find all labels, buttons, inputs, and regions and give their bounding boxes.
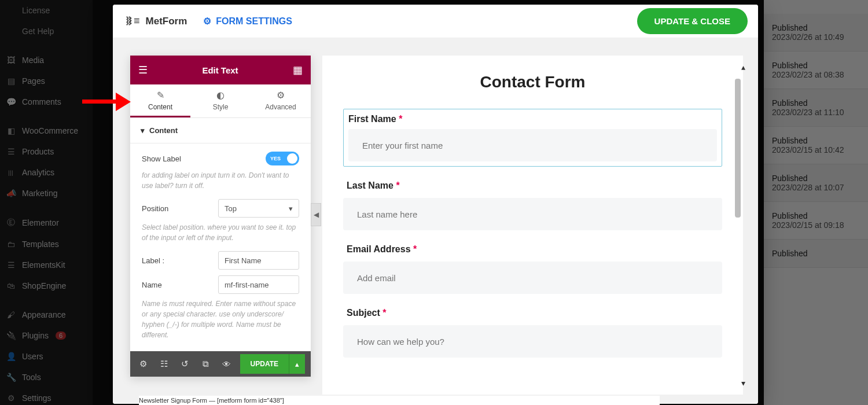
editor-header: ☰ Edit Text ▦ bbox=[130, 56, 311, 84]
field-label: Subject * bbox=[347, 308, 722, 318]
editor-scroll[interactable]: ▾ Content Show Label YES for adding labe… bbox=[130, 118, 311, 351]
form-settings-link[interactable]: ⚙ FORM SETTINGS bbox=[203, 16, 292, 27]
scrollbar[interactable] bbox=[735, 79, 741, 218]
field-label: Email Address * bbox=[347, 244, 722, 255]
brand-label: MetForm bbox=[146, 16, 187, 27]
update-dropdown[interactable]: ▴ bbox=[289, 354, 305, 374]
editor-footer: ⚙ ☷ ↺ ⧉ 👁 UPDATE ▴ bbox=[130, 351, 311, 377]
form-heading: Contact Form bbox=[343, 73, 722, 91]
label-input[interactable] bbox=[218, 251, 299, 270]
chevron-down-icon: ▾ bbox=[289, 204, 293, 213]
editor-title: Edit Text bbox=[202, 65, 238, 75]
preview-icon[interactable]: 👁 bbox=[219, 356, 234, 371]
gear-icon: ⚙ bbox=[203, 16, 211, 27]
field-label: Last Name * bbox=[347, 181, 722, 191]
update-button[interactable]: UPDATE bbox=[240, 354, 289, 374]
position-label: Position bbox=[142, 204, 168, 213]
tab-style[interactable]: ◐ Style bbox=[190, 84, 251, 117]
scroll-down-indicator: ▾ bbox=[741, 378, 745, 388]
field-input[interactable] bbox=[343, 262, 722, 294]
underlying-row: Newsletter Signup Form — [metform form i… bbox=[139, 396, 660, 405]
section-title: Content bbox=[149, 126, 178, 135]
annotation-arrow bbox=[82, 90, 133, 111]
preview-canvas[interactable]: Contact Form First Name * Last Name * Em… bbox=[322, 56, 743, 395]
gear-icon: ⚙ bbox=[277, 90, 285, 101]
form-settings-label: FORM SETTINGS bbox=[216, 16, 292, 27]
show-label-toggle[interactable]: YES bbox=[266, 152, 299, 165]
required-asterisk: * bbox=[382, 308, 386, 318]
form-field[interactable]: Last Name * bbox=[343, 181, 722, 230]
field-input[interactable] bbox=[343, 198, 722, 230]
control-position: Position Top ▾ bbox=[142, 199, 299, 218]
update-close-button[interactable]: UPDATE & CLOSE bbox=[637, 8, 748, 34]
update-wrap: UPDATE ▴ bbox=[240, 354, 305, 374]
tab-style-label: Style bbox=[213, 103, 229, 111]
required-asterisk: * bbox=[399, 114, 402, 124]
toggle-knob bbox=[287, 153, 297, 164]
modal-body: ☰ Edit Text ▦ ✎ Content ◐ Style ⚙ Advanc… bbox=[113, 38, 758, 404]
editor-panel: ☰ Edit Text ▦ ✎ Content ◐ Style ⚙ Advanc… bbox=[130, 56, 311, 377]
hamburger-icon[interactable]: ☰ bbox=[138, 64, 148, 76]
pencil-icon: ✎ bbox=[157, 90, 164, 101]
chevron-down-icon: ▾ bbox=[141, 126, 145, 135]
name-help: Name is must required. Enter name withou… bbox=[142, 299, 299, 340]
section-body: Show Label YES for adding label on input… bbox=[130, 143, 311, 351]
position-select[interactable]: Top ▾ bbox=[218, 199, 299, 218]
tab-content-label: Content bbox=[148, 103, 172, 111]
toggle-text: YES bbox=[270, 156, 281, 161]
chevron-up-icon: ▴ bbox=[295, 360, 299, 369]
name-input[interactable] bbox=[218, 275, 299, 294]
position-help: Select label position. where you want to… bbox=[142, 222, 299, 243]
label-field-label: Label : bbox=[142, 256, 164, 265]
responsive-icon[interactable]: ⧉ bbox=[198, 356, 214, 371]
history-icon[interactable]: ↺ bbox=[178, 356, 193, 371]
contrast-icon: ◐ bbox=[216, 90, 225, 101]
metform-logo-icon: ⧚≡ bbox=[123, 15, 140, 27]
form-field[interactable]: First Name * bbox=[343, 109, 722, 167]
control-name: Name bbox=[142, 275, 299, 294]
editor-tabs: ✎ Content ◐ Style ⚙ Advanced bbox=[130, 84, 311, 118]
collapse-panel-button[interactable]: ◀ bbox=[311, 203, 321, 226]
section-content-header[interactable]: ▾ Content bbox=[130, 118, 311, 143]
grid-icon[interactable]: ▦ bbox=[293, 64, 303, 76]
position-value: Top bbox=[225, 204, 237, 213]
brand: ⧚≡ MetForm bbox=[123, 15, 187, 27]
tab-advanced[interactable]: ⚙ Advanced bbox=[251, 84, 311, 117]
underlying-row-text: Newsletter Signup Form — [metform form i… bbox=[139, 397, 284, 404]
show-label-help: for adding label on input turn it on. Do… bbox=[142, 170, 299, 191]
name-field-label: Name bbox=[142, 281, 162, 289]
form-field[interactable]: Email Address * bbox=[343, 244, 722, 294]
panel-settings-icon[interactable]: ⚙ bbox=[136, 356, 151, 371]
metform-modal: ⧚≡ MetForm ⚙ FORM SETTINGS UPDATE & CLOS… bbox=[113, 5, 758, 404]
field-input[interactable] bbox=[348, 129, 717, 161]
form-field[interactable]: Subject * bbox=[343, 308, 722, 358]
required-asterisk: * bbox=[396, 181, 399, 190]
field-label: First Name * bbox=[348, 114, 722, 124]
tab-content[interactable]: ✎ Content bbox=[130, 84, 190, 117]
field-input[interactable] bbox=[343, 325, 722, 358]
scroll-up-indicator: ▴ bbox=[741, 62, 745, 72]
required-asterisk: * bbox=[413, 244, 417, 254]
show-label-label: Show Label bbox=[142, 154, 181, 163]
modal-header: ⧚≡ MetForm ⚙ FORM SETTINGS UPDATE & CLOS… bbox=[113, 5, 758, 38]
tab-advanced-label: Advanced bbox=[265, 103, 296, 111]
control-show-label: Show Label YES bbox=[142, 152, 299, 165]
navigator-icon[interactable]: ☷ bbox=[157, 356, 172, 371]
control-label: Label : bbox=[142, 251, 299, 270]
